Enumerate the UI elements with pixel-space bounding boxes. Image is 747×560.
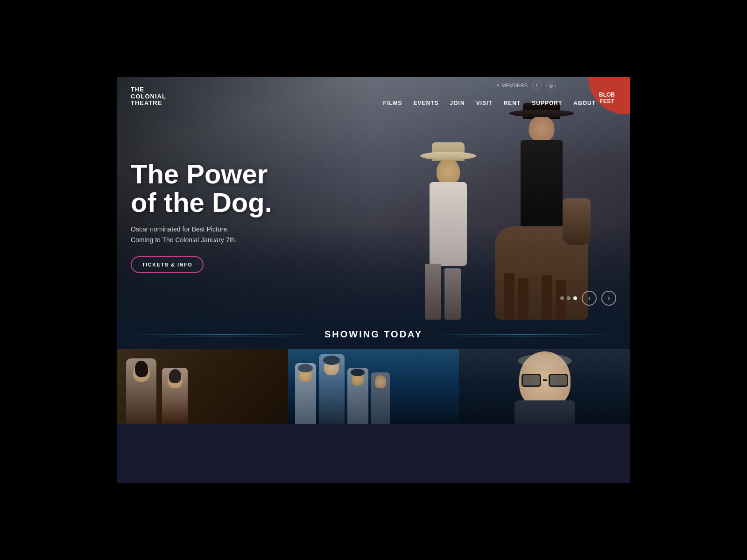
hero-subtitle-line1: Oscar nominated for Best Picture. xyxy=(131,224,272,234)
nav-visit[interactable]: VISIT xyxy=(476,100,493,106)
facebook-icon[interactable]: f xyxy=(532,81,542,90)
movies-row xyxy=(117,349,630,424)
hero-subtitle-line2: Coming to The Colonial January 7th. xyxy=(131,235,272,245)
shoulders-card3 xyxy=(514,400,575,424)
main-nav: FILMS EVENTS JOIN VISIT RENT SUPPORT ABO… xyxy=(383,98,616,108)
figure-dune-4 xyxy=(371,372,390,424)
body-left xyxy=(430,182,467,266)
horse-leg-3 xyxy=(542,275,552,320)
dot-3[interactable] xyxy=(573,296,577,300)
section-line-left xyxy=(131,334,317,335)
navbar: THE COLONIAL THEATRE ⚬ MEMBERS f ◎ FILMS… xyxy=(117,77,630,116)
hair-dune-3 xyxy=(351,369,365,376)
figure-right xyxy=(490,105,593,320)
browser-window: THE COLONIAL THEATRE ⚬ MEMBERS f ◎ FILMS… xyxy=(117,77,630,483)
head-left xyxy=(437,159,460,184)
nav-about[interactable]: ABOUT xyxy=(573,100,596,106)
leg-left-2 xyxy=(444,268,461,320)
blobfest-text: BLOB FEST xyxy=(599,91,615,105)
figure-dune-3 xyxy=(347,368,368,424)
body-right xyxy=(521,140,563,233)
movie-card-3[interactable] xyxy=(459,349,630,424)
horse-leg-2 xyxy=(518,278,529,320)
carousel-next-button[interactable]: › xyxy=(601,291,616,306)
head-dune-4 xyxy=(375,375,386,388)
hero-section: THE COLONIAL THEATRE ⚬ MEMBERS f ◎ FILMS… xyxy=(117,77,630,320)
logo-text: THE COLONIAL THEATRE xyxy=(131,86,166,107)
figure-dune-1 xyxy=(295,363,316,424)
hair-card3 xyxy=(518,354,571,368)
figure-card1-1 xyxy=(126,358,156,424)
lens-right xyxy=(549,374,568,387)
horse-leg-1 xyxy=(504,273,514,320)
figure-card3 xyxy=(514,351,575,424)
movie-card-1-bg xyxy=(117,349,288,424)
hero-title: The Power of the Dog. xyxy=(131,160,272,217)
hair-c1-1 xyxy=(134,360,148,378)
section-header: SHOWING TODAY xyxy=(117,320,630,349)
members-link[interactable]: ⚬ MEMBERS xyxy=(496,83,528,89)
horse-head xyxy=(563,198,591,245)
dot-2[interactable] xyxy=(567,296,571,300)
hair-dune-main xyxy=(323,356,340,365)
nav-top-row: ⚬ MEMBERS f ◎ xyxy=(496,81,556,90)
dot-1[interactable] xyxy=(560,296,564,300)
hero-content: The Power of the Dog. Oscar nominated fo… xyxy=(131,160,272,273)
showing-today-title: SHOWING TODAY xyxy=(324,329,423,340)
section-line-right xyxy=(430,334,616,335)
leg-left-1 xyxy=(425,264,441,320)
instagram-icon[interactable]: ◎ xyxy=(546,81,556,90)
carousel-prev-button[interactable]: ‹ xyxy=(582,291,597,306)
carousel-dots xyxy=(560,296,577,300)
glasses-card3 xyxy=(521,374,568,387)
head-right xyxy=(529,115,555,142)
nav-rent[interactable]: RENT xyxy=(504,100,521,106)
nav-films[interactable]: FILMS xyxy=(383,100,402,106)
hair-c1-2 xyxy=(168,369,182,384)
figure-dune-main xyxy=(319,354,345,424)
lens-left xyxy=(521,374,541,387)
logo[interactable]: THE COLONIAL THEATRE xyxy=(131,86,166,107)
nav-support[interactable]: SUPPORT xyxy=(532,100,562,106)
movie-card-dune-bg xyxy=(288,349,459,424)
nav-events[interactable]: EVENTS xyxy=(414,100,439,106)
movie-card-3-bg xyxy=(459,349,630,424)
hair-dune-1 xyxy=(298,364,313,372)
figure-card1-2 xyxy=(162,368,188,424)
nav-join[interactable]: JOIN xyxy=(450,100,465,106)
figure-left xyxy=(411,133,486,320)
showing-today-section: SHOWING TODAY xyxy=(117,320,630,424)
hat-brim-left xyxy=(420,152,476,160)
movie-card-1[interactable] xyxy=(117,349,288,424)
carousel-controls: ‹ › xyxy=(560,291,616,306)
movie-card-dune[interactable] xyxy=(288,349,459,424)
glasses-bridge xyxy=(543,379,547,381)
tickets-info-button[interactable]: TICKETS & INFO xyxy=(131,256,204,273)
